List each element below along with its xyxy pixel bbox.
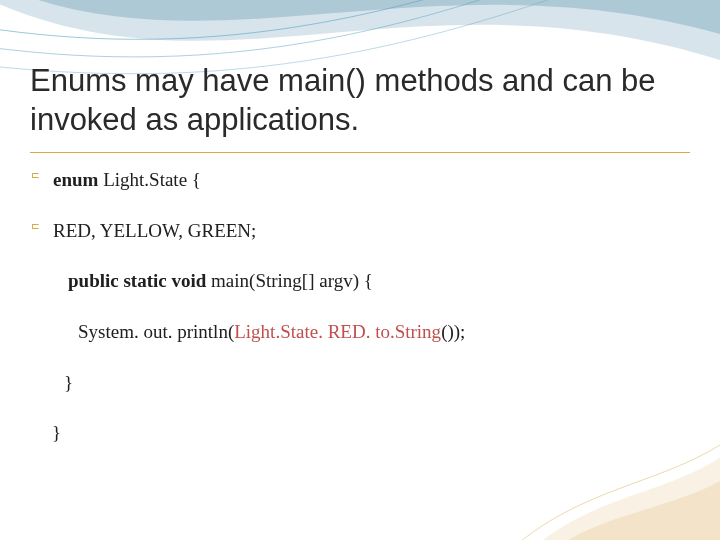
code-line-6: }	[30, 421, 660, 446]
bullet-icon: ᄃ	[30, 168, 45, 192]
keyword-public-static-void: public static void	[68, 270, 206, 291]
slide-title: Enums may have main() methods and can be…	[30, 62, 690, 140]
code-line-2: ᄃ RED, YELLOW, GREEN;	[30, 219, 660, 244]
code-fragment: ());	[441, 321, 465, 342]
code-line-3: public static void main(String[] argv) {	[30, 269, 660, 294]
code-line-1: ᄃ enum Light.State {	[30, 168, 660, 193]
slide-body: ᄃ enum Light.State { ᄃ RED, YELLOW, GREE…	[30, 168, 660, 472]
code-highlight: Light.State. RED. to.String	[234, 321, 441, 342]
code-text: enum Light.State {	[53, 168, 201, 193]
title-underline	[30, 152, 690, 153]
keyword-enum: enum	[53, 169, 98, 190]
code-line-5: }	[30, 371, 660, 396]
code-fragment: System. out. println(	[78, 321, 234, 342]
bullet-icon: ᄃ	[30, 219, 45, 243]
code-text: RED, YELLOW, GREEN;	[53, 219, 256, 244]
code-fragment: main(String[] argv) {	[206, 270, 373, 291]
code-line-4: System. out. println(Light.State. RED. t…	[30, 320, 660, 345]
slide: Enums may have main() methods and can be…	[0, 0, 720, 540]
code-fragment: Light.State {	[98, 169, 201, 190]
